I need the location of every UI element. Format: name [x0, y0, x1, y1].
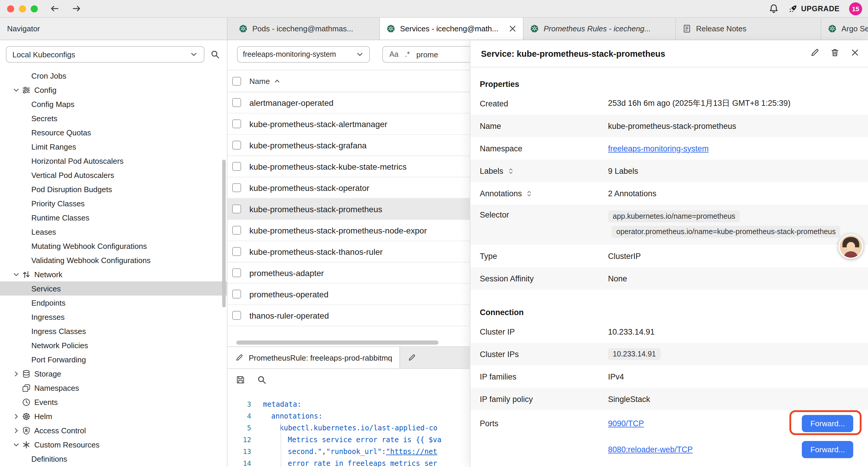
- sidebar-item-config[interactable]: Config: [0, 83, 227, 97]
- property-value: 253d 16h 6m ago (2025年1月13日 GMT+8 1:25:3…: [608, 98, 790, 109]
- forward-button[interactable]: Forward...: [802, 441, 853, 458]
- sidebar-item-runtime-classes[interactable]: Runtime Classes: [0, 210, 227, 225]
- sidebar-item-validating-webhook-configurations[interactable]: Validating Webhook Configurations: [0, 253, 227, 267]
- search-icon[interactable]: [257, 375, 267, 384]
- sidebar-item-access-control[interactable]: Access Control: [0, 423, 227, 437]
- drawer-header: Service: kube-prometheus-stack-prometheu…: [470, 40, 868, 67]
- chevron-down-icon: [190, 50, 198, 59]
- sidebar-item-config-maps[interactable]: Config Maps: [0, 97, 227, 111]
- namespace-filter[interactable]: freeleaps-monitoring-system: [237, 46, 370, 63]
- line-number: 5: [227, 424, 258, 432]
- delete-button[interactable]: [830, 48, 840, 59]
- notification-badge[interactable]: 15: [849, 2, 862, 15]
- avatar[interactable]: [838, 234, 863, 259]
- edit-button[interactable]: [810, 48, 819, 59]
- row-checkbox[interactable]: [232, 98, 241, 107]
- forward-arrow-icon[interactable]: [71, 4, 82, 13]
- sidebar-item-ingress-classes[interactable]: Ingress Classes: [0, 324, 227, 338]
- updown-icon[interactable]: [526, 189, 533, 197]
- row-name: kube-prometheus-stack-kube-state-metrics: [249, 162, 406, 171]
- chevron-down-icon[interactable]: [12, 86, 20, 94]
- sidebar-item-storage[interactable]: Storage: [0, 367, 227, 381]
- back-arrow-icon[interactable]: [50, 4, 60, 13]
- window-close-button[interactable]: [7, 5, 14, 12]
- tab-prometheus-rules[interactable]: Prometheus Rules - icecheng...: [524, 18, 676, 39]
- line-code: error rate in freeleaps metrics ser: [263, 459, 437, 467]
- sidebar-item-helm[interactable]: Helm: [0, 409, 227, 423]
- row-checkbox[interactable]: [232, 226, 241, 235]
- property-value: 9 Labels: [608, 167, 638, 175]
- sidebar-item-custom-resources[interactable]: Custom Resources: [0, 437, 227, 451]
- sidebar-item-ingresses[interactable]: Ingresses: [0, 310, 227, 324]
- search-icon[interactable]: [210, 50, 220, 59]
- row-checkbox[interactable]: [232, 247, 241, 256]
- sidebar-item-limit-ranges[interactable]: Limit Ranges: [0, 140, 227, 154]
- sidebar-item-vertical-pod-autoscalers[interactable]: Vertical Pod Autoscalers: [0, 168, 227, 182]
- row-checkbox[interactable]: [232, 119, 241, 128]
- regex-toggle[interactable]: .*: [405, 50, 410, 59]
- upgrade-button[interactable]: UPGRADE: [788, 4, 840, 13]
- row-checkbox[interactable]: [232, 268, 241, 277]
- namespaces-icon: [21, 383, 31, 392]
- detail-drawer: Service: kube-prometheus-stack-prometheu…: [470, 40, 868, 467]
- chevron-down-icon[interactable]: [12, 440, 20, 449]
- forward-button[interactable]: Forward...: [802, 415, 853, 432]
- sidebar-item-leases[interactable]: Leases: [0, 225, 227, 239]
- sidebar-item-network-policies[interactable]: Network Policies: [0, 338, 227, 352]
- sidebar-item-cron-jobs[interactable]: Cron Jobs: [0, 68, 227, 83]
- row-checkbox[interactable]: [232, 141, 241, 150]
- sidebar-item-events[interactable]: Events: [0, 395, 227, 409]
- sidebar-scrollbar[interactable]: [222, 159, 226, 308]
- property-row-session-affinity: Session AffinityNone: [470, 267, 868, 290]
- namespace-link[interactable]: freeleaps-monitoring-system: [608, 144, 709, 153]
- row-checkbox[interactable]: [232, 311, 241, 320]
- sidebar-item-horizontal-pod-autoscalers[interactable]: Horizontal Pod Autoscalers: [0, 154, 227, 168]
- sidebar-item-priority-classes[interactable]: Priority Classes: [0, 196, 227, 210]
- editor-tab-prometheusrule[interactable]: PrometheusRule: freeleaps-prod-rabbitmq: [227, 347, 400, 368]
- updown-icon[interactable]: [507, 167, 515, 175]
- close-button[interactable]: [850, 48, 860, 59]
- selector-chip: operator.prometheus.io/name=kube-prometh…: [612, 226, 840, 238]
- chevron-right-icon[interactable]: [12, 426, 20, 435]
- sidebar-item-definitions[interactable]: Definitions: [0, 451, 227, 466]
- window-minimize-button[interactable]: [19, 5, 26, 12]
- select-all-checkbox[interactable]: [232, 77, 241, 85]
- tab-release-notes[interactable]: Release Notes: [676, 18, 821, 39]
- sidebar-item-namespaces[interactable]: Namespaces: [0, 381, 227, 395]
- save-icon[interactable]: [236, 375, 245, 384]
- property-row-cluster-ip: Cluster IP10.233.14.91: [470, 320, 868, 343]
- row-checkbox[interactable]: [232, 205, 241, 213]
- horizontal-scrollbar[interactable]: [236, 341, 438, 345]
- name-column-header[interactable]: Name: [249, 77, 280, 85]
- window-zoom-button[interactable]: [31, 5, 38, 12]
- row-checkbox[interactable]: [232, 162, 241, 171]
- tab-services[interactable]: Services - icecheng@math...: [380, 18, 524, 39]
- sidebar-item-secrets[interactable]: Secrets: [0, 111, 227, 125]
- match-case-toggle[interactable]: Aa: [390, 50, 399, 59]
- sidebar-item-network[interactable]: Network: [0, 267, 227, 282]
- bell-icon[interactable]: [769, 4, 778, 13]
- sidebar-item-label: Priority Classes: [31, 199, 85, 208]
- tab-pods-label: Pods - icecheng@mathmas...: [252, 24, 353, 33]
- kubeconfig-selector-value: Local Kubeconfigs: [12, 50, 75, 59]
- chevron-down-icon[interactable]: [12, 270, 20, 279]
- row-checkbox[interactable]: [232, 290, 241, 298]
- property-value: 10.233.14.91: [608, 348, 660, 360]
- port-link[interactable]: 9090/TCP: [608, 419, 644, 428]
- row-checkbox[interactable]: [232, 183, 241, 192]
- tab-pods[interactable]: Pods - icecheng@mathmas...: [232, 18, 380, 39]
- kubeconfig-selector[interactable]: Local Kubeconfigs: [6, 46, 205, 63]
- sidebar-item-mutating-webhook-configurations[interactable]: Mutating Webhook Configurations: [0, 239, 227, 253]
- sidebar-item-pod-disruption-budgets[interactable]: Pod Disruption Budgets: [0, 182, 227, 196]
- sidebar-item-endpoints[interactable]: Endpoints: [0, 296, 227, 310]
- port-link[interactable]: 8080:reloader-web/TCP: [608, 445, 693, 454]
- sidebar-item-services[interactable]: Services: [0, 282, 227, 296]
- close-icon[interactable]: [507, 24, 517, 33]
- chevron-right-icon[interactable]: [12, 412, 20, 420]
- shield-icon: [21, 426, 31, 435]
- sidebar-item-port-forwarding[interactable]: Port Forwarding: [0, 352, 227, 367]
- sidebar-item-resource-quotas[interactable]: Resource Quotas: [0, 125, 227, 140]
- row-name: kube-prometheus-stack-prometheus-node-ex…: [249, 226, 427, 235]
- chevron-right-icon[interactable]: [12, 370, 20, 378]
- tab-argo[interactable]: Argo Se: [821, 18, 868, 39]
